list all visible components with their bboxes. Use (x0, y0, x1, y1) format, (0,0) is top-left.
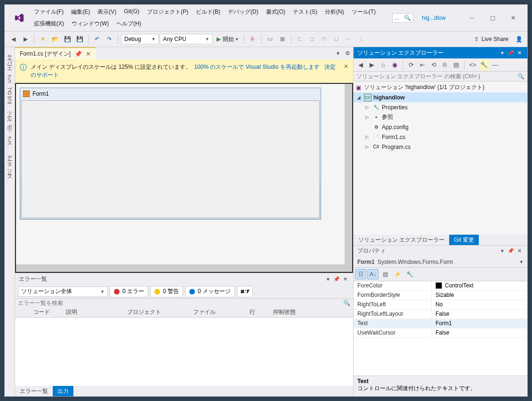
panel-close-icon[interactable]: ✕ (341, 276, 349, 282)
tab-error-list[interactable]: エラー一覧 (15, 386, 53, 396)
infobar-restart-link[interactable]: 100% のスケールで Visual Studio を再起動します (194, 64, 320, 70)
start-debug-button[interactable]: ▶開始▾ (214, 34, 241, 44)
open-file-button[interactable]: 📂 (49, 33, 61, 45)
align-right-icon[interactable]: ⊓ (319, 33, 330, 45)
messages-filter[interactable]: 0 メッセージ (185, 286, 235, 297)
tree-item[interactable]: ▷📄Form1.cs (354, 132, 527, 142)
sln-sync-icon[interactable]: ◉ (389, 60, 400, 70)
error-column-header[interactable]: 行 (246, 308, 269, 316)
panel-pin-icon[interactable]: 📌 (507, 248, 515, 254)
close-tab-icon[interactable]: ✕ (86, 50, 91, 57)
panel-close-icon[interactable]: ✕ (515, 50, 524, 56)
liveshare-button[interactable]: ⇪Live Share (470, 36, 512, 42)
sln-fwd-icon[interactable]: ▶ (367, 60, 377, 70)
tree-solution-node[interactable]: ▣ ソリューション 'highandlow' (1/1 プロジェクト) (354, 82, 527, 92)
layout-icon[interactable]: ▭ (265, 33, 276, 45)
align-left-icon[interactable]: ⊏ (294, 33, 306, 45)
tree-item[interactable]: ▷▪参照 (354, 112, 527, 122)
menu-item[interactable]: ツール(T) (348, 6, 379, 18)
maximize-button[interactable]: ▢ (482, 11, 503, 25)
menu-item[interactable]: 表示(V) (94, 6, 120, 18)
tree-item[interactable]: ▷C#Program.cs (354, 142, 527, 152)
nav-back-button[interactable]: ◀ (8, 33, 19, 45)
pin-icon[interactable]: 📌 (74, 50, 82, 57)
property-row[interactable]: TextForm1 (354, 319, 527, 328)
document-tab-form1[interactable]: Form1.cs [デザイン] 📌 ✕ (15, 47, 96, 59)
design-surface[interactable]: Form1 (16, 84, 345, 264)
errors-filter[interactable]: 0 エラー (110, 286, 148, 297)
alphabetical-icon[interactable]: A↓ (367, 269, 379, 279)
close-button[interactable]: ✕ (503, 11, 524, 25)
menu-item[interactable]: ビルド(B) (192, 6, 224, 18)
sln-home-icon[interactable]: ⌂ (378, 60, 388, 70)
minimize-button[interactable]: ─ (461, 11, 482, 25)
panel-pin-icon[interactable]: 📌 (332, 276, 341, 282)
sln-wrench-icon[interactable]: 🔧 (479, 60, 489, 70)
props-object-selector[interactable]: Form1System.Windows.Forms.Form ▼ (354, 257, 527, 268)
sln-tree[interactable]: ▣ ソリューション 'highandlow' (1/1 プロジェクト) ◢ C#… (354, 82, 527, 235)
align-icon[interactable]: ⊞ (277, 33, 288, 45)
property-grid[interactable]: ForeColorControlTextFormBorderStyleSizab… (354, 281, 527, 376)
menu-item[interactable]: Git(G) (120, 6, 143, 18)
side-tab[interactable]: ツールボックス (5, 104, 15, 148)
panel-close-icon[interactable]: ✕ (515, 248, 524, 254)
quick-launch[interactable]: 🔍 (392, 13, 413, 23)
tab-sln-explorer[interactable]: ソリューション エクスプローラー (354, 235, 449, 245)
tree-item[interactable]: ▷🔧Properties (354, 102, 527, 112)
tree-item[interactable]: ⚙App.config (354, 122, 527, 132)
error-search-input[interactable] (18, 300, 343, 306)
feedback-icon[interactable]: 👤 (513, 33, 524, 45)
error-column-header[interactable]: プロジェクト (123, 308, 189, 316)
property-row[interactable]: ForeColorControlText (354, 281, 527, 291)
design-form[interactable]: Form1 (20, 88, 321, 220)
menu-item[interactable]: プロジェクト(P) (143, 6, 192, 18)
sln-more-icon[interactable]: — (490, 60, 500, 70)
tree-project-node[interactable]: ◢ C# highandlow (354, 92, 527, 102)
panel-menu-icon[interactable]: ▾ (498, 50, 507, 56)
menu-item[interactable]: ヘルプ(H) (113, 18, 145, 30)
sln-refresh-icon[interactable]: ⟳ (406, 60, 416, 70)
menu-item[interactable]: 分析(N) (321, 6, 348, 18)
tab-settings-icon[interactable]: ⚙ (342, 50, 353, 57)
vscroll[interactable] (345, 84, 352, 264)
error-scope-combo[interactable]: ソリューション全体▼ (18, 286, 108, 297)
config-combo[interactable]: Debug▼ (121, 34, 159, 44)
menu-item[interactable]: ウィンドウ(W) (68, 18, 113, 30)
expand-icon[interactable]: ▷ (364, 115, 371, 120)
tab-output[interactable]: 出力 (53, 386, 73, 396)
save-all-button[interactable]: 💾 (74, 33, 85, 45)
menu-item[interactable]: 拡張機能(X) (30, 18, 68, 30)
sln-showall-icon[interactable]: ⟲ (428, 60, 439, 70)
error-column-header[interactable]: 抑制状態 (269, 308, 316, 316)
build-filter-icon[interactable]: ✖⧩ (237, 286, 253, 297)
design-form-client[interactable] (21, 100, 320, 218)
error-column-header[interactable]: コード (29, 308, 62, 316)
undo-button[interactable]: ↶ (91, 33, 103, 45)
sln-back-icon[interactable]: ◀ (355, 60, 366, 70)
collapse-icon[interactable]: ◢ (355, 95, 362, 100)
sln-prop-icon[interactable]: ▤ (451, 60, 461, 70)
side-tab[interactable]: データ ソース (5, 148, 15, 181)
save-button[interactable]: 💾 (62, 33, 73, 45)
panel-menu-icon[interactable]: ▾ (324, 276, 332, 282)
sln-copy-icon[interactable]: ⎘ (440, 60, 450, 70)
menu-item[interactable]: ファイル(F) (30, 6, 67, 18)
menu-item[interactable]: 書式(O) (262, 6, 289, 18)
platform-combo[interactable]: Any CPU▼ (160, 34, 212, 44)
panel-menu-icon[interactable]: ▾ (498, 248, 507, 254)
warnings-filter[interactable]: 0 警告 (150, 286, 183, 297)
sln-search-input[interactable] (356, 73, 517, 80)
prop-pages-icon[interactable]: ▤ (379, 269, 391, 279)
property-row[interactable]: RightToLeftLayoutFalse (354, 310, 527, 319)
error-column-header[interactable]: 説明 (62, 308, 123, 316)
new-project-button[interactable]: ✳ (37, 33, 48, 45)
expand-icon[interactable]: ▷ (364, 105, 371, 110)
error-body[interactable] (15, 318, 353, 386)
align-bottom-icon[interactable]: ⊔ (331, 33, 342, 45)
spacing-icon[interactable]: ↔ (343, 33, 355, 45)
expand-icon[interactable]: ▷ (364, 134, 371, 139)
hscroll[interactable] (16, 264, 352, 272)
quick-launch-input[interactable] (395, 15, 404, 21)
panel-pin-icon[interactable]: 📌 (507, 50, 515, 56)
tab-git-changes[interactable]: Git 変更 (449, 235, 479, 245)
